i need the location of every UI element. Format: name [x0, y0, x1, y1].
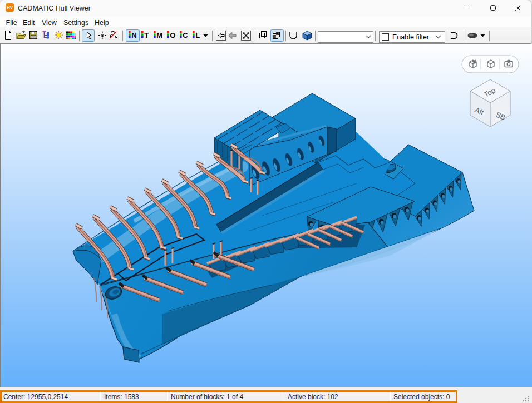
svg-text:O: O [170, 31, 175, 39]
svg-text:M: M [156, 31, 162, 39]
svg-text:L: L [195, 31, 200, 39]
svg-text:Enable filter: Enable filter [392, 33, 429, 41]
svg-text:T: T [144, 31, 149, 39]
svg-text:C: C [183, 31, 188, 39]
svg-text:N: N [131, 31, 136, 39]
